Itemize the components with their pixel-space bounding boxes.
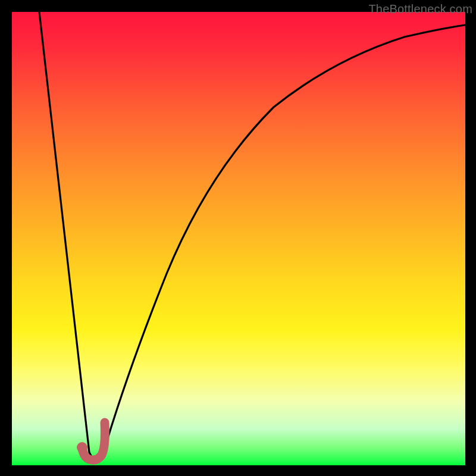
chart-svg-layer [12,12,465,465]
marker-dot [77,442,87,453]
marker-j [82,422,105,460]
bottleneck-curve [39,12,465,460]
watermark-text: TheBottleneck.com [368,2,472,16]
